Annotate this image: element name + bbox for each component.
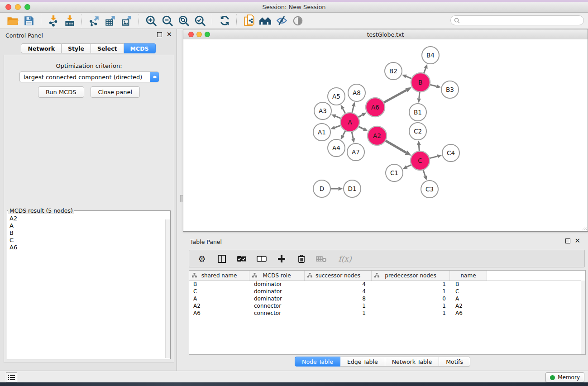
table-scrollbar[interactable] (581, 281, 585, 354)
graph-edge-A6-B[interactable] (383, 90, 406, 103)
optimization-criterion-select[interactable]: largest connected component (directed) (19, 71, 159, 82)
search-input[interactable] (462, 16, 583, 25)
result-item[interactable]: A2 (8, 215, 165, 222)
close-panel-button[interactable]: Close panel (91, 86, 140, 98)
column-header[interactable]: MCDS role (249, 271, 305, 281)
graph-node-A[interactable] (340, 113, 359, 132)
graph-edge-A-A7[interactable] (352, 132, 353, 138)
graph-node-A6[interactable] (366, 98, 385, 117)
export-network-button[interactable] (86, 14, 102, 28)
tab-node-table[interactable]: Node Table (295, 357, 340, 367)
show-columns-button[interactable] (216, 253, 227, 264)
graph-node-C3[interactable] (421, 181, 438, 198)
graph-edge-A-A4[interactable] (343, 131, 345, 136)
tab-network-table[interactable]: Network Table (385, 357, 440, 367)
table-row[interactable]: Bdominator41B (189, 281, 581, 288)
graph-node-A2[interactable] (368, 126, 387, 145)
graph-edge-B-B2[interactable] (406, 76, 411, 79)
graph-edge-C-C1[interactable] (407, 165, 411, 167)
column-header[interactable]: successor nodes (305, 271, 372, 281)
tab-mcds[interactable]: MCDS (124, 43, 156, 53)
network-window-titlebar[interactable]: testGlobe.txt (183, 29, 588, 40)
graph-edge-C-C4[interactable] (429, 156, 437, 158)
graph-node-C1[interactable] (386, 164, 403, 181)
network-from-file-button[interactable] (241, 14, 257, 28)
graph-edge-A-A6[interactable] (358, 115, 363, 118)
tab-style[interactable]: Style (62, 43, 91, 53)
export-table-button[interactable] (102, 14, 119, 28)
table-row[interactable]: A6connector11A6 (189, 310, 581, 317)
graph-node-A5[interactable] (328, 88, 345, 105)
function-builder-button[interactable]: f(x) (336, 253, 354, 264)
column-header[interactable]: predecessor nodes (372, 271, 450, 281)
graph-node-A8[interactable] (348, 84, 365, 101)
graph-edge-A-A1[interactable] (335, 125, 341, 128)
tab-motifs[interactable]: Motifs (439, 357, 470, 367)
graph-edge-C-C2[interactable] (419, 145, 419, 151)
delete-table-button[interactable] (316, 253, 327, 264)
table-row[interactable]: Adominator80A (189, 295, 581, 302)
result-item[interactable]: C (8, 237, 165, 244)
graph-node-D[interactable] (313, 180, 330, 197)
column-header[interactable]: shared name (189, 271, 249, 281)
float-panel-icon[interactable] (157, 32, 162, 37)
graph-edge-A-A3[interactable] (335, 116, 341, 119)
column-header[interactable]: name (450, 271, 487, 281)
graph-edge-B-B1[interactable] (419, 92, 420, 99)
result-item[interactable]: A (8, 222, 165, 229)
graph-node-A4[interactable] (328, 139, 345, 157)
tab-edge-table[interactable]: Edge Table (340, 357, 385, 367)
graph-edge-A-A8[interactable] (352, 106, 354, 113)
graph-edge-C-C3[interactable] (423, 170, 425, 176)
add-column-button[interactable] (276, 253, 287, 264)
graph-node-D1[interactable] (344, 180, 361, 197)
graph-edge-B-B4[interactable] (424, 68, 425, 74)
tab-select[interactable]: Select (91, 43, 124, 53)
graph-node-B3[interactable] (441, 81, 459, 98)
select-all-button[interactable] (236, 253, 247, 264)
save-session-button[interactable] (21, 14, 37, 28)
run-mcds-button[interactable]: Run MCDS (38, 86, 84, 98)
graph-node-B[interactable] (411, 73, 430, 92)
graph-node-C[interactable] (411, 151, 430, 170)
graph-node-C2[interactable] (409, 123, 426, 140)
tab-network[interactable]: Network (21, 43, 62, 53)
mcds-result-list[interactable]: A2ABCA6 (8, 215, 165, 358)
network-canvas[interactable]: B4B2BB3A8A5A6A3B1AC2A1A2A4A7C4CC1DD1C3 (183, 39, 588, 231)
graph-edge-B-B3[interactable] (430, 85, 436, 86)
zoom-out-button[interactable] (159, 14, 176, 28)
result-item[interactable]: A6 (8, 244, 165, 251)
resize-grip-icon[interactable] (581, 224, 587, 231)
search-field[interactable] (450, 15, 584, 25)
graph-edge-A-A2[interactable] (359, 126, 364, 129)
float-table-panel-icon[interactable] (565, 238, 570, 243)
zoom-selected-button[interactable] (192, 14, 208, 28)
open-session-button[interactable] (5, 14, 21, 28)
memory-button[interactable]: Memory (545, 372, 584, 382)
graph-edge-A-A5[interactable] (343, 109, 345, 114)
graph-node-A3[interactable] (314, 102, 331, 119)
close-table-panel-icon[interactable]: ✕ (574, 238, 580, 243)
show-panels-button[interactable] (290, 14, 306, 28)
export-image-button[interactable] (119, 14, 135, 28)
import-network-button[interactable] (45, 14, 62, 28)
refresh-button[interactable] (216, 14, 233, 28)
hide-panels-button[interactable] (273, 14, 290, 28)
home-button[interactable] (257, 14, 273, 28)
delete-column-button[interactable] (296, 253, 307, 264)
graph-node-A7[interactable] (347, 143, 364, 161)
graph-node-B4[interactable] (422, 47, 439, 64)
zoom-fit-button[interactable] (176, 14, 192, 28)
result-scrollbar[interactable] (165, 219, 170, 358)
import-table-button[interactable] (62, 14, 78, 28)
close-panel-icon[interactable]: ✕ (166, 32, 172, 37)
zoom-in-button[interactable] (143, 14, 159, 28)
table-row[interactable]: A2connector11A2 (189, 302, 581, 310)
graph-node-A1[interactable] (313, 124, 330, 141)
table-settings-button[interactable]: ⚙ (196, 253, 207, 264)
table-row[interactable]: Cdominator41C (189, 288, 581, 295)
network-graph[interactable]: B4B2BB3A8A5A6A3B1AC2A1A2A4A7C4CC1DD1C3 (183, 39, 588, 231)
graph-node-B1[interactable] (409, 104, 426, 121)
result-item[interactable]: B (8, 229, 165, 237)
deselect-all-button[interactable] (256, 253, 267, 264)
